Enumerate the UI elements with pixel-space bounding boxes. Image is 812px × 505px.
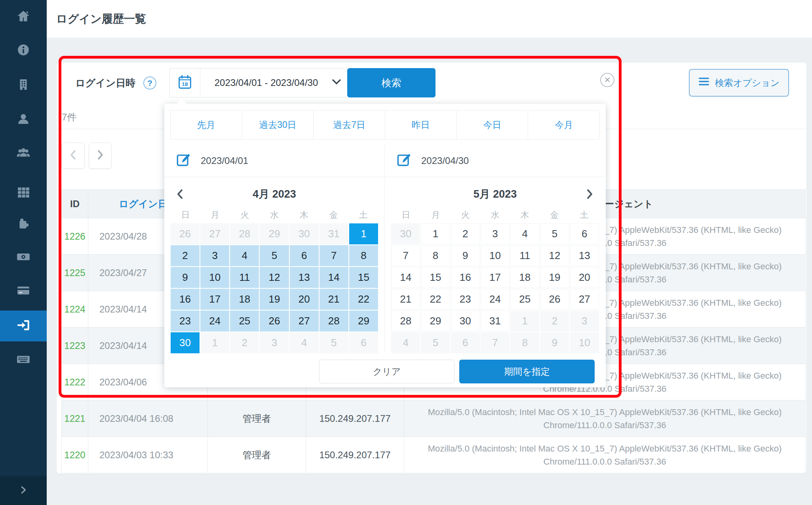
calendar-day[interactable]: 2 <box>540 311 569 332</box>
calendar-day[interactable]: 8 <box>421 245 450 266</box>
calendar-day[interactable]: 3 <box>260 332 289 353</box>
calendar-day[interactable]: 30 <box>290 223 319 244</box>
cell-id[interactable]: 1224 <box>62 291 88 328</box>
calendar-toggle-button[interactable]: 18 <box>170 69 200 97</box>
calendar-day[interactable]: 28 <box>230 223 259 244</box>
calendar-day[interactable]: 27 <box>200 223 229 244</box>
calendar-day[interactable]: 18 <box>230 289 259 310</box>
help-icon[interactable]: ? <box>143 76 156 90</box>
calendar-day[interactable]: 6 <box>349 332 378 353</box>
sidebar-item-keyboard[interactable] <box>0 345 47 375</box>
sidebar-item-users[interactable] <box>0 138 47 169</box>
calendar-day[interactable]: 31 <box>481 311 510 332</box>
calendar-day[interactable]: 29 <box>349 311 378 332</box>
sidebar-item-grid[interactable] <box>0 177 47 208</box>
calendar-day[interactable]: 29 <box>260 223 289 244</box>
start-date-input[interactable]: 2023/04/01 <box>164 145 385 177</box>
sidebar-expand-button[interactable] <box>0 476 47 505</box>
calendar-day[interactable]: 1 <box>200 332 229 353</box>
calendar-day[interactable]: 3 <box>570 311 599 332</box>
calendar-day[interactable]: 5 <box>260 245 289 266</box>
calendar-day[interactable]: 6 <box>570 223 599 244</box>
calendar-day[interactable]: 13 <box>570 245 599 266</box>
calendar-day[interactable]: 14 <box>319 267 348 288</box>
calendar-day[interactable]: 9 <box>540 332 569 353</box>
calendar-day[interactable]: 7 <box>391 245 420 266</box>
date-range-field[interactable]: 18 2023/04/01 - 2023/04/30 <box>169 68 347 97</box>
calendar-day[interactable]: 1 <box>421 223 450 244</box>
calendar-day[interactable]: 12 <box>540 245 569 266</box>
calendar-day[interactable]: 4 <box>391 332 420 353</box>
calendar-day[interactable]: 27 <box>570 289 599 310</box>
sidebar-item-home[interactable] <box>0 2 47 32</box>
calendar-day[interactable]: 12 <box>260 267 289 288</box>
cell-id[interactable]: 1225 <box>62 255 88 291</box>
calendar-day[interactable]: 30 <box>451 311 480 332</box>
apply-period-button[interactable]: 期間を指定 <box>459 360 595 383</box>
calendar-day[interactable]: 29 <box>421 311 450 332</box>
calendar-day[interactable]: 21 <box>391 289 420 310</box>
calendar-day[interactable]: 3 <box>200 245 229 266</box>
calendar-day[interactable]: 16 <box>171 289 200 310</box>
end-date-input[interactable]: 2023/04/30 <box>385 145 605 177</box>
calendar-day[interactable]: 5 <box>540 223 569 244</box>
sidebar-item-login-history[interactable] <box>0 311 47 341</box>
calendar-day[interactable]: 20 <box>570 267 599 288</box>
calendar-day[interactable]: 19 <box>260 289 289 310</box>
calendar-day[interactable]: 10 <box>570 332 599 353</box>
cell-id[interactable]: 1226 <box>62 218 88 255</box>
calendar-day[interactable]: 23 <box>451 289 480 310</box>
search-button[interactable]: 検索 <box>347 68 435 97</box>
calendar-day[interactable]: 25 <box>230 311 259 332</box>
pagination-next-button[interactable] <box>89 143 112 169</box>
calendar-day[interactable]: 22 <box>421 289 450 310</box>
sidebar-item-puzzle[interactable] <box>0 208 47 239</box>
calendar-day[interactable]: 17 <box>200 289 229 310</box>
calendar-day[interactable]: 16 <box>451 267 480 288</box>
calendar-day[interactable]: 15 <box>421 267 450 288</box>
calendar-day[interactable]: 19 <box>540 267 569 288</box>
calendar-day[interactable]: 1 <box>349 223 378 244</box>
calendar-day[interactable]: 9 <box>451 245 480 266</box>
calendar-day[interactable]: 5 <box>319 332 348 353</box>
calendar-day[interactable]: 22 <box>349 289 378 310</box>
calendar-day[interactable]: 5 <box>421 332 450 353</box>
calendar-next-icon[interactable] <box>582 187 597 201</box>
calendar-day[interactable]: 11 <box>230 267 259 288</box>
quick-range-button[interactable]: 今日 <box>457 111 529 139</box>
calendar-day[interactable]: 30 <box>391 223 420 244</box>
calendar-day[interactable]: 23 <box>171 311 200 332</box>
calendar-day[interactable]: 10 <box>481 245 510 266</box>
calendar-day[interactable]: 20 <box>290 289 319 310</box>
sidebar-item-credit-card[interactable] <box>0 276 47 307</box>
cell-id[interactable]: 1223 <box>62 328 88 364</box>
sidebar-item-user[interactable] <box>0 104 47 135</box>
calendar-day[interactable]: 2 <box>230 332 259 353</box>
quick-range-button[interactable]: 昨日 <box>385 111 457 139</box>
calendar-day[interactable]: 24 <box>200 311 229 332</box>
calendar-day[interactable]: 9 <box>171 267 200 288</box>
calendar-day[interactable]: 26 <box>260 311 289 332</box>
calendar-day[interactable]: 17 <box>481 267 510 288</box>
calendar-day[interactable]: 6 <box>290 245 319 266</box>
calendar-day[interactable]: 30 <box>171 332 200 353</box>
search-options-button[interactable]: 検索オプション <box>689 69 789 97</box>
calendar-day[interactable]: 28 <box>319 311 348 332</box>
quick-range-button[interactable]: 今月 <box>528 111 599 139</box>
quick-range-button[interactable]: 先月 <box>171 111 242 139</box>
sidebar-item-money[interactable] <box>0 242 47 273</box>
close-icon[interactable]: × <box>600 73 614 87</box>
calendar-day[interactable]: 8 <box>349 245 378 266</box>
calendar-day[interactable]: 4 <box>290 332 319 353</box>
calendar-day[interactable]: 28 <box>391 311 420 332</box>
calendar-day[interactable]: 21 <box>319 289 348 310</box>
quick-range-button[interactable]: 過去7日 <box>314 111 385 139</box>
calendar-day[interactable]: 27 <box>290 311 319 332</box>
calendar-day[interactable]: 18 <box>510 267 539 288</box>
sidebar-item-info[interactable] <box>0 35 47 66</box>
calendar-day[interactable]: 11 <box>510 245 539 266</box>
calendar-day[interactable]: 8 <box>510 332 539 353</box>
calendar-day[interactable]: 13 <box>290 267 319 288</box>
calendar-day[interactable]: 26 <box>540 289 569 310</box>
pagination-prev-button[interactable] <box>62 143 85 169</box>
